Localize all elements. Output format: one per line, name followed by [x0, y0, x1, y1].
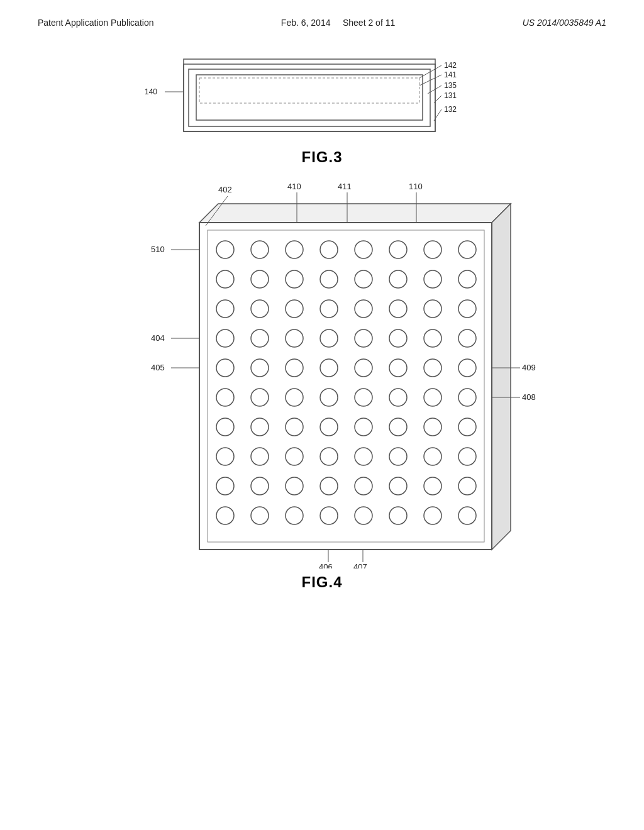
header-date-sheet: Feb. 6, 2014 Sheet 2 of 11 — [281, 18, 395, 28]
fig4-diagram: 402 410 411 110 510 404 405 409 — [102, 179, 542, 568]
svg-rect-1 — [184, 64, 435, 131]
fig3-section: 142 141 135 131 132 140 FIG.3 — [0, 53, 644, 166]
svg-text:131: 131 — [444, 91, 457, 100]
svg-text:140: 140 — [145, 87, 157, 96]
svg-text:142: 142 — [444, 61, 457, 70]
fig3-label: FIG.3 — [301, 148, 342, 166]
svg-text:141: 141 — [444, 70, 457, 79]
svg-text:406: 406 — [319, 562, 333, 568]
header-publication-label: Patent Application Publication — [38, 18, 153, 28]
svg-text:405: 405 — [151, 363, 165, 372]
svg-text:402: 402 — [218, 185, 232, 194]
svg-text:411: 411 — [338, 182, 352, 191]
fig3-diagram: 142 141 135 131 132 140 — [133, 53, 486, 141]
header-patent-number: US 2014/0035849 A1 — [523, 18, 606, 28]
page-header: Patent Application Publication Feb. 6, 2… — [0, 0, 644, 34]
svg-rect-4 — [199, 78, 419, 103]
svg-text:407: 407 — [353, 562, 367, 568]
svg-text:408: 408 — [522, 392, 536, 402]
fig4-section: 402 410 411 110 510 404 405 409 — [0, 179, 644, 591]
svg-marker-17 — [199, 204, 511, 223]
svg-text:409: 409 — [522, 363, 536, 372]
svg-text:110: 110 — [409, 182, 423, 191]
fig4-label: FIG.4 — [301, 573, 342, 591]
svg-text:410: 410 — [287, 182, 301, 191]
svg-rect-20 — [208, 230, 484, 542]
header-sheet: Sheet 2 of 11 — [343, 18, 395, 28]
svg-text:135: 135 — [444, 81, 457, 90]
header-date: Feb. 6, 2014 — [281, 18, 331, 28]
svg-rect-3 — [196, 75, 423, 120]
svg-text:404: 404 — [151, 333, 165, 343]
svg-marker-18 — [492, 204, 511, 550]
svg-text:132: 132 — [444, 105, 457, 114]
svg-text:510: 510 — [151, 245, 165, 254]
